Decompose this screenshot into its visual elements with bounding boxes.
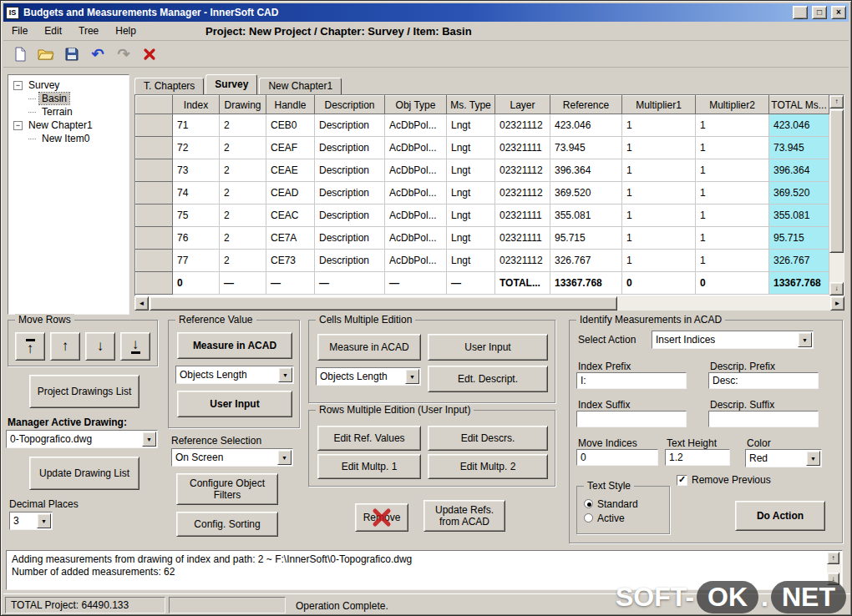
move-up-button[interactable]: ↑: [50, 332, 80, 361]
text-height-field[interactable]: [665, 449, 730, 466]
edit-multp1-button[interactable]: Edit Multp. 1: [317, 454, 421, 479]
cell[interactable]: Lngt: [447, 250, 495, 272]
cell[interactable]: 1: [696, 159, 769, 182]
radio-active[interactable]: Active: [584, 511, 669, 525]
table-row[interactable]: 742CEADDescriptionAcDbPol...Lngt02321112…: [136, 182, 829, 204]
cell[interactable]: AcDbPol...: [385, 114, 447, 137]
title-bar[interactable]: IS Budgets and Measurements Manager - In…: [3, 3, 849, 22]
cell[interactable]: 423.046: [550, 114, 622, 137]
update-drawing-list-button[interactable]: Update Drawing List: [29, 457, 139, 490]
cell[interactable]: CEAE: [266, 159, 315, 182]
cell[interactable]: 1: [622, 159, 696, 182]
cell[interactable]: 13367.768: [769, 272, 829, 295]
cell[interactable]: 74: [173, 182, 220, 204]
tab-t-chapters[interactable]: T. Chapters: [134, 78, 204, 94]
column-header-ms-type[interactable]: Ms. Type: [447, 96, 495, 114]
cell[interactable]: Description: [315, 250, 385, 272]
menu-item-edit[interactable]: Edit: [36, 23, 70, 39]
cell[interactable]: AcDbPol...: [385, 204, 447, 227]
cell[interactable]: Lngt: [447, 159, 495, 182]
cell[interactable]: 1: [622, 227, 696, 250]
descrip-suffix-field[interactable]: [708, 411, 819, 427]
edit-ref-values-button[interactable]: Edit Ref. Values: [317, 426, 421, 451]
cell[interactable]: 72: [173, 137, 220, 159]
user-input-button[interactable]: User Input: [177, 391, 292, 417]
cell[interactable]: CE73: [266, 250, 315, 272]
column-header-layer[interactable]: Layer: [495, 96, 550, 114]
cell[interactable]: 73.945: [550, 137, 622, 159]
cell[interactable]: 355.081: [769, 204, 829, 227]
cell[interactable]: 1: [622, 204, 696, 227]
column-header-drawing[interactable]: Drawing: [220, 96, 266, 114]
cell[interactable]: 2: [220, 250, 266, 272]
cells-user-input-button[interactable]: User Input: [428, 334, 548, 361]
scrollbar-thumb[interactable]: [150, 296, 617, 311]
cell[interactable]: Description: [315, 114, 385, 137]
table-row[interactable]: 762CE7ADescriptionAcDbPol...Lngt02321111…: [136, 227, 829, 250]
column-header-reference[interactable]: Reference: [550, 96, 622, 114]
project-drawings-list-button[interactable]: Project Drawings List: [29, 375, 139, 408]
reference-value-combobox[interactable]: Objects Length ▼: [175, 366, 294, 384]
table-row[interactable]: 752CEACDescriptionAcDbPol...Lngt02321111…: [136, 204, 829, 227]
cell[interactable]: 02321111: [495, 204, 550, 227]
cell[interactable]: 1: [622, 114, 696, 137]
cell[interactable]: 326.767: [550, 250, 622, 272]
cell[interactable]: CEAF: [266, 137, 315, 159]
tab-survey[interactable]: Survey: [205, 74, 257, 94]
cell[interactable]: 0: [622, 272, 696, 295]
cell[interactable]: 1: [696, 204, 769, 227]
cell[interactable]: Lngt: [447, 114, 495, 137]
table-row[interactable]: 712CEB0DescriptionAcDbPol...Lngt02321112…: [136, 114, 829, 137]
cell[interactable]: 02321112: [495, 159, 550, 182]
scrollbar-thumb[interactable]: [829, 109, 844, 253]
tab-new-chapter1[interactable]: New Chapter1: [259, 78, 342, 94]
row-selector-cell[interactable]: [136, 137, 173, 159]
cell[interactable]: Lngt: [447, 182, 495, 204]
cell[interactable]: 2: [220, 227, 266, 250]
dropdown-button[interactable]: ▼: [142, 432, 156, 447]
cell[interactable]: AcDbPol...: [385, 159, 447, 182]
descrip-prefix-field[interactable]: [708, 372, 819, 389]
cell[interactable]: 02321112: [495, 182, 550, 204]
edit-multp2-button[interactable]: Edit Multp. 2: [428, 454, 548, 479]
log-scrollbar[interactable]: ↑ ↓: [827, 552, 841, 585]
cell[interactable]: CEAC: [266, 204, 315, 227]
cell[interactable]: 02321112: [495, 114, 550, 137]
cell[interactable]: Description: [315, 204, 385, 227]
remove-previous-checkbox[interactable]: ✓ Remove Previous: [677, 474, 771, 486]
dropdown-button[interactable]: ▼: [37, 513, 51, 528]
scroll-up-button[interactable]: ↑: [827, 552, 839, 564]
update-refs-from-acad-button[interactable]: Update Refs. from ACAD: [423, 500, 505, 532]
cell[interactable]: Description: [315, 227, 385, 250]
index-suffix-field[interactable]: [576, 411, 687, 427]
table-horizontal-scrollbar[interactable]: ◄ ►: [134, 296, 844, 311]
save-button[interactable]: [62, 44, 82, 64]
tree-expander-icon[interactable]: −: [13, 121, 23, 130]
cell[interactable]: —: [447, 272, 495, 295]
column-header-handle[interactable]: Handle: [266, 96, 315, 114]
cell[interactable]: 2: [220, 137, 266, 159]
cell[interactable]: Lngt: [447, 137, 495, 159]
cell[interactable]: AcDbPol...: [385, 250, 447, 272]
cell[interactable]: 2: [220, 204, 266, 227]
minimize-button[interactable]: _: [793, 6, 808, 19]
cell[interactable]: 1: [696, 182, 769, 204]
app-icon[interactable]: IS: [6, 7, 19, 19]
row-selector-cell[interactable]: [136, 204, 173, 227]
cell[interactable]: 1: [696, 250, 769, 272]
edit-descrs-button[interactable]: Edit Descrs.: [428, 426, 548, 451]
decimal-places-combobox[interactable]: 3 ▼: [9, 512, 53, 530]
config-sorting-button[interactable]: Config. Sorting: [176, 512, 278, 537]
open-folder-button[interactable]: [36, 44, 56, 64]
cell[interactable]: 76: [173, 227, 220, 250]
column-header-obj-type[interactable]: Obj Type: [385, 96, 447, 114]
scroll-right-button[interactable]: ►: [830, 296, 844, 311]
row-selector-cell[interactable]: [136, 227, 173, 250]
cell[interactable]: CEAD: [266, 182, 315, 204]
scroll-left-button[interactable]: ◄: [134, 296, 149, 311]
cell[interactable]: —: [220, 272, 266, 295]
reference-selection-combobox[interactable]: On Screen ▼: [171, 448, 293, 467]
cell[interactable]: 369.520: [550, 182, 622, 204]
move-to-bottom-button[interactable]: ↓: [120, 332, 150, 361]
delete-button[interactable]: [139, 44, 160, 64]
